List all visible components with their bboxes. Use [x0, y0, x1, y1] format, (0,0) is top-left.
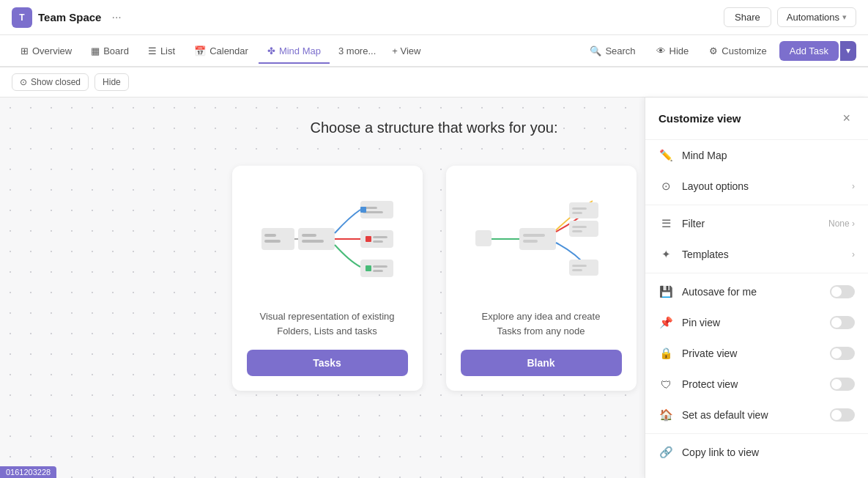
svg-rect-22 — [572, 207, 587, 210]
default-view-icon: 🏠 — [659, 408, 673, 422]
svg-rect-13 — [373, 270, 383, 272]
add-task-dropdown[interactable]: ▾ — [840, 41, 856, 61]
tab-overview-label: Overview — [32, 45, 72, 56]
mind-map-icon: ✏️ — [659, 149, 673, 162]
svg-rect-0 — [298, 228, 335, 250]
nav-actions: 🔍 Search 👁 Hide ⚙ Customize Add Task ▾ — [582, 41, 856, 61]
filter-label: Filter — [682, 218, 828, 229]
ellipsis-button[interactable]: ··· — [107, 10, 125, 26]
autosave-toggle[interactable] — [830, 285, 855, 298]
private-view-toggle[interactable] — [830, 347, 855, 360]
panel-item-protect-view[interactable]: 🛡 Protect view — [645, 369, 868, 400]
autosave-icon: 💾 — [659, 285, 673, 298]
customize-label: Customize — [722, 45, 766, 56]
board-icon: ▦ — [91, 45, 100, 56]
hide-icon: 👁 — [656, 45, 666, 56]
tasks-card-visual — [254, 180, 401, 298]
calendar-icon: 📅 — [194, 45, 206, 56]
main-content: Choose a structure that works for you: — [0, 98, 868, 478]
svg-rect-10 — [366, 236, 371, 242]
blank-card-desc: Explore any idea and create Tasks from a… — [482, 309, 601, 338]
svg-rect-7 — [360, 230, 393, 248]
more-tabs-button[interactable]: 3 more... — [331, 41, 383, 61]
panel-item-favorites[interactable]: ☆ Add to favorites — [645, 468, 868, 478]
templates-icon: ✦ — [659, 248, 673, 261]
panel-item-copy-link[interactable]: 🔗 Copy link to view — [645, 437, 868, 468]
tab-calendar[interactable]: 📅 Calendar — [185, 40, 257, 64]
search-label: Search — [605, 45, 635, 56]
team-name: Team Space — [38, 11, 101, 23]
svg-rect-28 — [572, 265, 587, 267]
svg-rect-14 — [366, 265, 371, 271]
panel-title: Customize view — [659, 112, 741, 125]
panel-item-filter[interactable]: ☰ Filter None › — [645, 208, 868, 239]
hide-label: Hide — [669, 45, 689, 56]
svg-rect-25 — [572, 226, 587, 228]
close-panel-button[interactable]: × — [838, 109, 855, 128]
hide-button[interactable]: 👁 Hide — [648, 41, 697, 61]
toolbar-hide-button[interactable]: Hide — [94, 73, 129, 91]
panel-item-mind-map[interactable]: ✏️ Mind Map — [645, 140, 868, 171]
templates-label: Templates — [682, 249, 852, 260]
svg-rect-16 — [264, 234, 276, 237]
protect-view-label: Protect view — [682, 378, 830, 390]
tab-mindmap-label: Mind Map — [279, 45, 321, 56]
svg-rect-20 — [523, 240, 538, 243]
share-button[interactable]: Share — [724, 7, 771, 27]
blank-card-button[interactable]: Blank — [461, 350, 622, 376]
mindmap-icon: ✤ — [267, 45, 275, 56]
automations-button[interactable]: Automations ▾ — [777, 7, 856, 27]
panel-item-pin-view[interactable]: 📌 Pin view — [645, 307, 868, 338]
show-closed-button[interactable]: ⊙ Show closed — [12, 73, 89, 91]
show-closed-label: Show closed — [31, 77, 81, 87]
tasks-card-button[interactable]: Tasks — [247, 350, 408, 376]
svg-rect-21 — [569, 202, 598, 218]
tab-board-label: Board — [103, 45, 129, 56]
automations-chevron: ▾ — [842, 12, 847, 22]
panel-item-autosave[interactable]: 💾 Autosave for me — [645, 276, 868, 307]
search-button[interactable]: 🔍 Search — [582, 41, 643, 61]
mind-map-label: Mind Map — [682, 150, 855, 161]
layout-options-chevron: › — [852, 181, 855, 191]
nav-tabs: ⊞ Overview ▦ Board ☰ List 📅 Calendar ✤ M… — [12, 40, 428, 62]
panel-item-private-view[interactable]: 🔒 Private view — [645, 338, 868, 369]
tab-list-label: List — [160, 45, 175, 56]
protect-view-icon: 🛡 — [659, 378, 673, 391]
svg-rect-18 — [519, 228, 556, 250]
canvas-title: Choose a structure that works for you: — [311, 120, 558, 136]
pin-view-toggle[interactable] — [830, 316, 855, 329]
filter-icon: ☰ — [659, 217, 673, 230]
protect-view-toggle[interactable] — [830, 378, 855, 391]
show-closed-icon: ⊙ — [20, 77, 27, 87]
pin-view-icon: 📌 — [659, 316, 673, 329]
layout-options-icon: ⊙ — [659, 180, 673, 193]
private-view-label: Private view — [682, 348, 830, 359]
blank-card-visual — [468, 180, 615, 298]
tab-overview[interactable]: ⊞ Overview — [12, 40, 81, 64]
panel-item-layout-options[interactable]: ⊙ Layout options › — [645, 171, 868, 202]
tasks-card: Visual representation of existing Folder… — [232, 166, 423, 391]
panel-item-default-view[interactable]: 🏠 Set as default view — [645, 400, 868, 430]
add-task-button[interactable]: Add Task — [779, 41, 839, 61]
pin-view-label: Pin view — [682, 317, 830, 328]
default-view-toggle[interactable] — [830, 408, 855, 422]
svg-rect-2 — [302, 240, 324, 243]
customize-button[interactable]: ⚙ Customize — [701, 41, 774, 61]
add-view-button[interactable]: + View — [385, 41, 428, 61]
tab-list[interactable]: ☰ List — [139, 40, 184, 64]
divider-2 — [645, 273, 868, 273]
svg-rect-17 — [264, 240, 281, 243]
panel-item-templates[interactable]: ✦ Templates › — [645, 239, 868, 270]
nav-bar: ⊞ Overview ▦ Board ☰ List 📅 Calendar ✤ M… — [0, 35, 868, 67]
tab-mindmap[interactable]: ✤ Mind Map — [259, 40, 330, 64]
toolbar: ⊙ Show closed Hide — [0, 67, 868, 98]
autosave-label: Autosave for me — [682, 286, 830, 298]
top-bar: T Team Space ··· Share Automations ▾ — [0, 0, 868, 35]
copy-link-label: Copy link to view — [682, 446, 855, 458]
svg-rect-6 — [360, 207, 366, 213]
add-task-group: Add Task ▾ — [779, 41, 856, 61]
overview-icon: ⊞ — [21, 45, 29, 56]
svg-rect-27 — [569, 260, 598, 276]
tab-board[interactable]: ▦ Board — [82, 40, 138, 64]
templates-chevron: › — [852, 249, 855, 260]
